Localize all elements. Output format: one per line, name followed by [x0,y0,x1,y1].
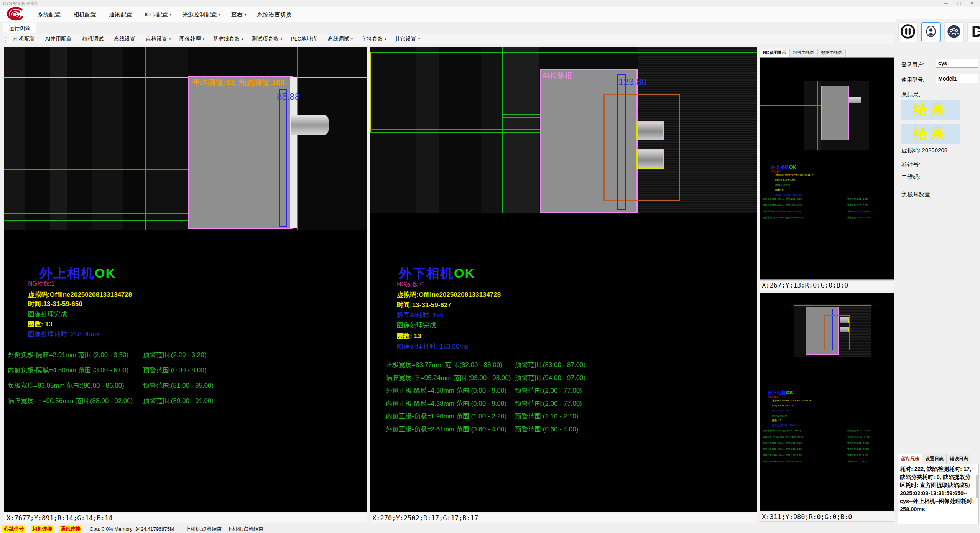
toolbar-item[interactable]: 相机配置 [9,36,41,43]
green-hline [4,213,188,214]
chevron-down-icon: ▾ [351,37,353,41]
pause-button[interactable] [898,22,918,42]
lower-camera-preview[interactable]: 外下相机OK NG次数:0 虚拟码:Offline202502081331347… [760,293,894,511]
app-window: CYS-视觉检测系统 — ▢ ✕ 系统配置 相机配置 [0,0,980,533]
user-login-button[interactable] [921,22,941,42]
menu-item-label: 系统配置 [38,11,61,18]
toolbar-item[interactable]: 字符参数 ▾ [357,36,391,43]
tab-run-log[interactable]: 运行日志 [898,454,922,464]
tab-material-curve[interactable]: 料线曲线图 [790,49,818,57]
window-controls: — ▢ ✕ [939,0,978,6]
green-vline [297,47,298,230]
toolbar-item-label: PLC地址库 [291,36,317,43]
left-camera-view[interactable]: 平均阈值:93, 动态阈值:100 85.88 外上相机OK NG次数:1 虚拟… [4,47,367,512]
tab-data-curve[interactable]: 数据曲线图 [818,49,846,57]
measurement-row: 外侧正极-负极=2.61mm 范围:(0.60 - 4.00) 预警范围:(0.… [760,460,894,466]
toolbar-item[interactable]: 离线调试 ▾ [324,36,357,43]
log-tabs: 运行日志 设置日志 错误日志 [898,454,979,464]
measurement-warning: 预警范围:(81.00 - 85.00) [143,381,214,390]
exit-icon [969,23,980,41]
mini-time: 时间:13-31-59-627 [772,404,793,408]
mini-green-hline [760,322,807,322]
camera-result-title: 外下相机OK [399,265,475,282]
measurement-warning: 预警范围:(2.20 - 3.20) [847,198,868,201]
tab-ng-screenshot[interactable]: NG截图显示 [760,49,790,57]
upper-camera-preview[interactable]: 外上相机OK NG次数:1 虚拟码:Offline202502081331347… [760,57,894,280]
toolbar-item[interactable]: 点检设置 ▾ [141,36,175,43]
measurement-text: 内侧正极-负极=1.90mm 范围:(1.00 - 2.20) [386,412,506,421]
lower-camera-status: 下相机:点检结束 [227,526,263,533]
tab-run-image[interactable]: 运行图像 [3,23,36,33]
tab-detect-box [636,149,664,169]
toolbar-item[interactable]: 其它设置 ▾ [391,36,424,43]
process-time: 图像处理耗时: 183.00ms [397,342,468,351]
menu-item[interactable]: 光源控制配置 ▾ [177,11,226,18]
measurement-row: 内侧正极-隔膜=4.38mm 范围:(0.00 - 9.00) 预警范围:(2.… [760,448,894,454]
process-time: 图像处理耗时: 258.00ms [28,330,99,339]
toolbar-grip-icon[interactable] [5,36,7,43]
chevron-down-icon: ▾ [242,37,243,41]
measurement-warning: 预警范围:(2.00 - 77.00) [847,442,869,444]
model-input[interactable] [936,74,978,83]
camera-name: 外上相机 [39,266,95,280]
minimize-button[interactable]: — [939,0,952,6]
measurement-text: 外侧正极-负极=2.61mm 范围:(0.60 - 4.00) [386,425,506,434]
measure-box-blue [617,74,626,210]
users-group-button[interactable] [944,22,964,42]
chevron-down-icon: ▾ [170,13,172,16]
measurement-list: 外侧负极-隔膜=2.91mm 范围:(2.00 - 3.50) 预警范围:(2.… [4,350,367,412]
measurement-text: 负极宽度=83.05mm 范围:(80.00 - 86.00) [8,381,124,390]
tab-error-log[interactable]: 错误日志 [947,454,971,464]
measurement-warning: 预警范围:(0.00 - 8.00) [847,204,868,207]
toolbar-item-label: 点检设置 [146,36,167,43]
camera-name: 外下相机 [399,266,454,280]
exit-button[interactable] [967,22,980,42]
toolbar-item[interactable]: 测试项参数 ▾ [248,36,287,43]
menu-item[interactable]: 通讯配置 [104,11,139,18]
toolbar-item-label: 字符参数 [361,36,383,43]
chevron-down-icon: ▾ [219,13,220,16]
tab-settings-log[interactable]: 设置日志 [922,454,947,464]
mini-green-hline [794,305,871,306]
measurement-row: 隔膜宽度-下=95.24mm 范围:(93.00 - 98.00) 预警范围:(… [760,436,894,442]
mini-green-hline [760,320,807,320]
measurement-text: 隔膜宽度-下=95.24mm 范围:(93.00 - 98.00) [763,436,804,438]
threshold-overlay-text: 平均阈值:93, 动态阈值:100 [192,77,284,88]
measurement-warning: 预警范围:(1.10 - 2.10) [515,412,578,421]
menu-item[interactable]: 查看 ▾ [226,11,252,18]
baseline-yellow-line [4,77,367,78]
measurement-row: 负极宽度=83.05mm 范围:(80.00 - 86.00) 预警范围:(81… [4,381,367,396]
login-user-input[interactable] [936,59,978,68]
mini-ng-count: NG次数:1 [771,170,781,173]
log-scrollbar[interactable] [976,475,978,498]
menu-item[interactable]: 系统语言切换 [252,11,299,18]
measurement-row: 内侧负极-隔膜=4.60mm 范围:(3.00 - 6.00) 预警范围:(0.… [760,204,894,210]
toolbar-item[interactable]: PLC地址库 [286,36,323,43]
virtual-code-line: 虚拟码: 20250208 [901,147,947,154]
log-body[interactable]: 耗时: 222, 缺陷检测耗时: 17, 缺陷分类耗时: 0, 缺陷提取分区耗时… [898,464,979,524]
toolbar-item[interactable]: 离线设置 [110,36,141,43]
cpu-memory-status: Cpu: 0.0% Memory: 3424.41796875M [90,526,174,532]
toolbar-item-label: 测试项参数 [252,36,279,43]
menu-item[interactable]: 相机配置 [68,11,104,18]
menu-item[interactable]: 系统配置 [32,11,68,18]
measurement-text: 隔膜宽度-上=90.56mm 范围:(88.00 - 92.00) [763,216,804,219]
menu-item[interactable]: IO卡配置 ▾ [139,11,177,18]
measurement-row: 外侧负极-隔膜=2.91mm 范围:(2.00 - 3.50) 预警范围:(2.… [4,350,367,366]
toolbar-item[interactable]: 图像处理 ▾ [175,36,209,43]
measurement-text: 外侧正极-隔膜=4.38mm 范围:(0.00 - 9.00) [763,442,802,444]
login-user-label: 登录用户: [901,61,924,68]
measurement-warning: 预警范围:(94.00 - 97.00) [515,373,585,382]
maximize-button[interactable]: ▢ [952,0,965,6]
toolbar-item[interactable]: 基准线参数 ▾ [209,36,248,43]
mini-green-vline [817,81,818,150]
right-camera-view[interactable]: AI检测框 123.80 外下相机OK NG次数:0 虚拟码:Offline20… [370,47,757,512]
measurement-row: 隔膜宽度-上=90.56mm 范围:(88.00 - 92.00) 预警范围:(… [760,216,894,222]
process-done: 图像处理完成 [28,310,67,319]
toolbar-item[interactable]: 相机调试 [78,36,110,43]
chevron-down-icon: ▾ [203,37,205,41]
toolbar-item[interactable]: AI使用配置 [41,36,78,43]
mini-green-hline [760,105,822,106]
close-button[interactable]: ✕ [965,0,978,6]
mini-loop-count: 圈数: 13 [775,189,784,192]
